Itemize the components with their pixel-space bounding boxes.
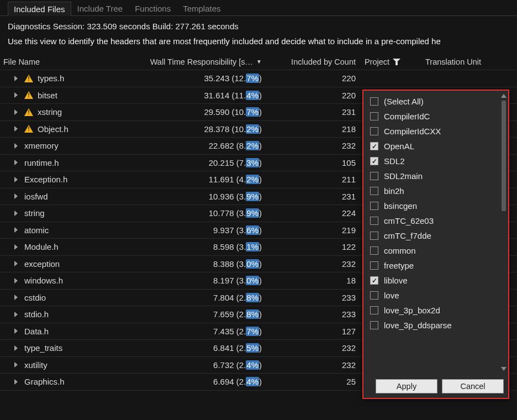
- expander-icon[interactable]: [14, 379, 20, 385]
- file-name-text: runtime.h: [24, 158, 59, 167]
- file-name-cell: Exception.h: [0, 175, 134, 184]
- expander-icon[interactable]: [14, 109, 20, 115]
- checkbox[interactable]: [370, 291, 378, 300]
- filter-item[interactable]: common: [368, 243, 508, 258]
- wall-time-cell: 8.197 (3.0%): [134, 276, 267, 285]
- included-by-cell: 231: [267, 107, 361, 117]
- expander-icon[interactable]: [14, 295, 20, 300]
- highlighted-percent: 7%: [246, 74, 259, 83]
- file-name-cell: stdio.h: [0, 309, 134, 319]
- expander-icon[interactable]: [14, 312, 20, 317]
- expander-icon[interactable]: [14, 278, 20, 284]
- wall-time-cell: 22.682 (8.2%): [134, 141, 267, 150]
- wall-time-cell: 35.243 (12.7%): [134, 74, 267, 83]
- table-header-row: File Name Wall Time Responsibility [s… ▼…: [0, 54, 517, 70]
- wall-time-cell: 6.841 (2.5%): [134, 343, 267, 353]
- filter-item[interactable]: love_3p_ddsparse: [368, 318, 508, 333]
- col-project[interactable]: Project: [361, 55, 422, 69]
- checkbox[interactable]: [370, 217, 378, 225]
- checkbox[interactable]: [370, 97, 378, 106]
- checkbox[interactable]: [370, 246, 378, 255]
- file-name-cell: Data.h: [0, 327, 134, 336]
- highlighted-percent: 6%: [246, 225, 259, 235]
- expander-icon[interactable]: [14, 126, 20, 132]
- checkbox[interactable]: [370, 276, 378, 285]
- checkbox[interactable]: [370, 127, 378, 135]
- expander-icon[interactable]: [14, 345, 20, 351]
- filter-item[interactable]: OpenAL: [368, 139, 508, 154]
- highlighted-percent: 5%: [246, 343, 259, 353]
- checkbox[interactable]: [370, 172, 378, 180]
- file-name-cell: exception: [0, 259, 134, 269]
- included-by-cell: 219: [267, 225, 361, 235]
- col-included-by[interactable]: Included by Count: [267, 55, 361, 69]
- tab-templates[interactable]: Templates: [177, 1, 226, 15]
- filter-item[interactable]: SDL2: [368, 154, 508, 169]
- highlighted-percent: 4%: [246, 377, 259, 386]
- filter-item[interactable]: CompilerIdC: [368, 109, 508, 124]
- expander-icon[interactable]: [14, 244, 20, 250]
- filter-item[interactable]: love: [368, 288, 508, 303]
- wall-time-cell: 20.215 (7.3%): [134, 158, 267, 167]
- filter-item[interactable]: SDL2main: [368, 169, 508, 183]
- expander-icon[interactable]: [14, 92, 20, 98]
- scroll-up-icon[interactable]: [500, 93, 507, 99]
- tab-included-files[interactable]: Included Files: [8, 2, 71, 16]
- col-translation-unit[interactable]: Translation Unit: [422, 55, 517, 69]
- file-name-text: cstdio: [24, 293, 46, 302]
- tab-include-tree[interactable]: Include Tree: [71, 1, 129, 15]
- file-name-cell: atomic: [0, 225, 134, 235]
- cancel-button[interactable]: Cancel: [442, 379, 504, 393]
- expander-icon[interactable]: [14, 227, 20, 233]
- filter-item[interactable]: cmTC_62e03: [368, 213, 508, 228]
- filter-item-label: liblove: [384, 276, 408, 285]
- highlighted-percent: 1%: [246, 242, 259, 251]
- expander-icon[interactable]: [14, 160, 20, 165]
- expander-icon[interactable]: [14, 362, 20, 368]
- filter-item[interactable]: cmTC_f7dde: [368, 228, 508, 243]
- filter-item-label: common: [384, 246, 416, 255]
- checkbox[interactable]: [370, 202, 378, 210]
- filter-item[interactable]: liblove: [368, 273, 508, 288]
- expander-icon[interactable]: [14, 143, 20, 149]
- filter-scrollbar[interactable]: [500, 93, 507, 372]
- checkbox[interactable]: [370, 157, 378, 165]
- filter-item[interactable]: (Select All): [368, 94, 508, 109]
- col-file-name[interactable]: File Name: [0, 55, 134, 69]
- included-by-cell: 220: [267, 74, 361, 83]
- project-filter-popup: (Select All)CompilerIdCCompilerIdCXXOpen…: [362, 90, 509, 399]
- scroll-down-icon[interactable]: [500, 366, 507, 372]
- tab-functions[interactable]: Functions: [129, 1, 177, 15]
- checkbox[interactable]: [370, 187, 378, 195]
- checkbox[interactable]: [370, 142, 378, 150]
- apply-button[interactable]: Apply: [376, 379, 437, 393]
- expander-icon[interactable]: [14, 211, 20, 216]
- file-name-text: windows.h: [24, 276, 63, 285]
- filter-icon[interactable]: [393, 59, 400, 65]
- filter-item[interactable]: freetype: [368, 258, 508, 273]
- expander-icon[interactable]: [14, 261, 20, 266]
- highlighted-percent: 4%: [246, 91, 259, 100]
- expander-icon[interactable]: [14, 328, 20, 334]
- checkbox[interactable]: [370, 306, 378, 314]
- file-name-text: Object.h: [38, 124, 68, 134]
- included-by-cell: 122: [267, 242, 361, 251]
- checkbox[interactable]: [370, 261, 378, 270]
- col-wall-time[interactable]: Wall Time Responsibility [s… ▼: [134, 55, 267, 69]
- filter-item[interactable]: bsincgen: [368, 198, 508, 213]
- scroll-thumb[interactable]: [502, 101, 506, 211]
- file-name-text: xutility: [24, 360, 48, 370]
- highlighted-percent: 7%: [246, 107, 259, 117]
- expander-icon[interactable]: [14, 76, 20, 81]
- expander-icon[interactable]: [14, 193, 20, 199]
- filter-item[interactable]: CompilerIdCXX: [368, 124, 508, 139]
- filter-item-label: bin2h: [384, 186, 404, 196]
- checkbox[interactable]: [370, 321, 378, 329]
- checkbox[interactable]: [370, 232, 378, 240]
- file-name-text: bitset: [38, 91, 57, 100]
- expander-icon[interactable]: [14, 177, 20, 182]
- table-row[interactable]: types.h35.243 (12.7%)220: [0, 70, 517, 87]
- filter-item[interactable]: bin2h: [368, 183, 508, 198]
- filter-item[interactable]: love_3p_box2d: [368, 303, 508, 318]
- checkbox[interactable]: [370, 112, 378, 120]
